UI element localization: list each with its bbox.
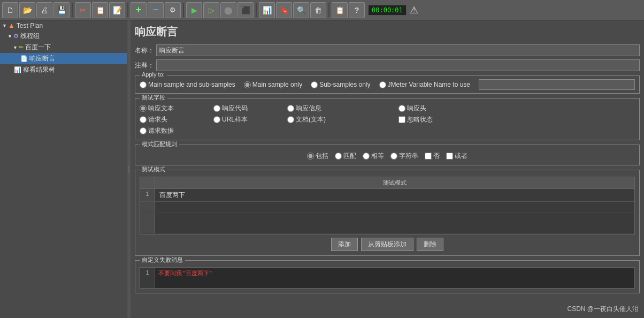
field-resp-text-label: 响应文本 xyxy=(148,104,174,113)
apply-sub-only-radio[interactable] xyxy=(311,81,318,88)
shutdown-button[interactable]: ⬛ xyxy=(237,2,254,18)
field-req-data[interactable]: 请求数据 xyxy=(140,126,174,135)
add-pattern-button[interactable]: 添加 xyxy=(331,238,358,251)
sidebar-item-baidu[interactable]: ▼ ✏ 百度一下 xyxy=(0,42,127,53)
arrow-baidu: ▼ xyxy=(13,45,18,50)
table-mode-header: 测试模式 xyxy=(155,177,634,188)
fail-content[interactable]: 不要问我"百度两下" xyxy=(155,268,634,288)
bookmark-button[interactable]: 🔖 xyxy=(276,2,292,18)
test-mode-btn-row: 添加 从剪贴板添加 删除 xyxy=(140,238,635,251)
field-resp-head-radio[interactable] xyxy=(398,105,405,112)
field-url-sample[interactable]: URL样本 xyxy=(213,115,283,124)
baidu-icon: ✏ xyxy=(19,44,24,51)
help-button[interactable]: ? xyxy=(349,2,365,18)
field-doc-text-radio[interactable] xyxy=(287,116,294,123)
field-resp-msg[interactable]: 响应信息 xyxy=(287,104,394,113)
table-empty-row-3 xyxy=(140,223,634,234)
comment-input[interactable] xyxy=(156,59,640,71)
pattern-equals-radio[interactable] xyxy=(363,153,370,160)
jmeter-var-input[interactable] xyxy=(479,79,635,90)
apply-main-only[interactable]: Main sample only xyxy=(244,81,302,88)
sidebar-item-test-plan[interactable]: ▼ ▲ Test Plan xyxy=(0,20,127,31)
field-resp-code-radio[interactable] xyxy=(213,105,220,112)
field-ignore-status-label: 忽略状态 xyxy=(407,115,433,124)
apply-jmeter-var-radio[interactable] xyxy=(379,81,386,88)
pattern-or[interactable]: 或者 xyxy=(446,152,467,161)
clear-button[interactable]: 🗑 xyxy=(310,2,326,18)
sidebar-item-thread-group[interactable]: ▼ ⚙ 线程组 xyxy=(0,31,127,42)
new-button[interactable]: 🗋 xyxy=(2,2,18,18)
apply-to-title: Apply to: xyxy=(140,71,167,78)
paste-button[interactable]: 📝 xyxy=(109,2,125,18)
save-button[interactable]: 💾 xyxy=(53,2,70,18)
table-button[interactable]: 📋 xyxy=(332,2,348,18)
pattern-matches[interactable]: 匹配 xyxy=(335,152,356,161)
pattern-equals-label: 相等 xyxy=(371,152,384,161)
field-ignore-status-checkbox[interactable] xyxy=(398,116,405,123)
field-req-head-radio[interactable] xyxy=(140,116,147,123)
pattern-matches-radio[interactable] xyxy=(335,153,342,160)
field-row-1: 响应文本 响应代码 响应信息 响应头 xyxy=(140,104,635,113)
copy-button[interactable]: 📋 xyxy=(92,2,108,18)
sidebar-item-view-result[interactable]: 📊 察看结果树 xyxy=(0,64,127,75)
remove-button[interactable]: − xyxy=(148,2,164,18)
custom-fail-title: 自定义失败消息 xyxy=(140,256,185,264)
field-resp-text[interactable]: 响应文本 xyxy=(140,104,209,113)
field-resp-code[interactable]: 响应代码 xyxy=(213,104,283,113)
pattern-matching-title: 模式匹配规则 xyxy=(140,140,179,148)
arrow-thread-group: ▼ xyxy=(7,34,12,39)
add-button[interactable]: + xyxy=(131,2,147,18)
pattern-matching-section: 模式匹配规则 包括 匹配 相等 字符串 xyxy=(135,145,640,165)
sidebar-item-response-assert[interactable]: 📄 响应断言 xyxy=(0,53,127,64)
test-mode-section: 测试模式 测试模式 1 百度两下 xyxy=(135,170,640,256)
field-ignore-status[interactable]: 忽略状态 xyxy=(398,115,433,124)
name-label: 名称： xyxy=(135,46,156,55)
pattern-substring-radio[interactable] xyxy=(390,153,397,160)
run-nopause-button[interactable]: ▷ xyxy=(203,2,219,18)
pattern-contains-label: 包括 xyxy=(316,152,328,161)
apply-sub-only[interactable]: Sub-samples only xyxy=(311,81,370,88)
name-input[interactable] xyxy=(156,44,640,56)
pattern-contains[interactable]: 包括 xyxy=(307,152,328,161)
paste-clipboard-button[interactable]: 从剪贴板添加 xyxy=(361,238,413,251)
field-req-head[interactable]: 请求头 xyxy=(140,115,209,124)
page-title: 响应断言 xyxy=(135,25,640,39)
field-resp-head[interactable]: 响应头 xyxy=(398,104,426,113)
table-empty-num-3 xyxy=(140,223,155,233)
field-url-sample-radio[interactable] xyxy=(213,116,220,123)
stop-button[interactable]: ⬤ xyxy=(220,2,236,18)
apply-main-only-label: Main sample only xyxy=(252,81,302,88)
print-button[interactable]: 🖨 xyxy=(36,2,52,18)
run-button[interactable]: ▶ xyxy=(186,2,202,18)
pattern-substring[interactable]: 字符串 xyxy=(390,152,418,161)
pattern-contains-radio[interactable] xyxy=(307,153,314,160)
settings-button[interactable]: ⚙ xyxy=(165,2,181,18)
table-empty-row-1 xyxy=(140,202,634,213)
field-resp-text-radio[interactable] xyxy=(140,105,147,112)
comment-row: 注释： xyxy=(135,59,640,71)
field-req-data-radio[interactable] xyxy=(140,127,147,134)
table-cell-val-1[interactable]: 百度两下 xyxy=(155,189,634,202)
delete-pattern-button[interactable]: 删除 xyxy=(417,238,443,251)
report-button[interactable]: 📊 xyxy=(259,2,275,18)
pattern-equals[interactable]: 相等 xyxy=(363,152,384,161)
pattern-not[interactable]: 否 xyxy=(425,152,440,161)
apply-main-only-radio[interactable] xyxy=(244,81,251,88)
field-row-2: 请求头 URL样本 文档(文本) 忽略状态 xyxy=(140,115,635,124)
cut-button[interactable]: ✂ xyxy=(75,2,91,18)
apply-main-sub[interactable]: Main sample and sub-samples xyxy=(140,81,235,88)
pattern-or-checkbox[interactable] xyxy=(446,153,453,160)
table-empty-val-3 xyxy=(155,223,634,233)
search-button[interactable]: 🔍 xyxy=(293,2,309,18)
apply-jmeter-var[interactable]: JMeter Variable Name to use xyxy=(379,81,471,88)
field-doc-text[interactable]: 文档(文本) xyxy=(287,115,394,124)
pattern-radio-row: 包括 匹配 相等 字符串 否 xyxy=(140,152,635,161)
sep5 xyxy=(328,3,329,17)
field-resp-msg-radio[interactable] xyxy=(287,105,294,112)
field-row-3: 请求数据 xyxy=(140,126,635,135)
open-button[interactable]: 📂 xyxy=(19,2,35,18)
apply-main-sub-radio[interactable] xyxy=(140,81,147,88)
pattern-not-label: 否 xyxy=(433,152,440,161)
warning-icon: ⚠ xyxy=(410,4,418,16)
pattern-not-checkbox[interactable] xyxy=(425,153,432,160)
